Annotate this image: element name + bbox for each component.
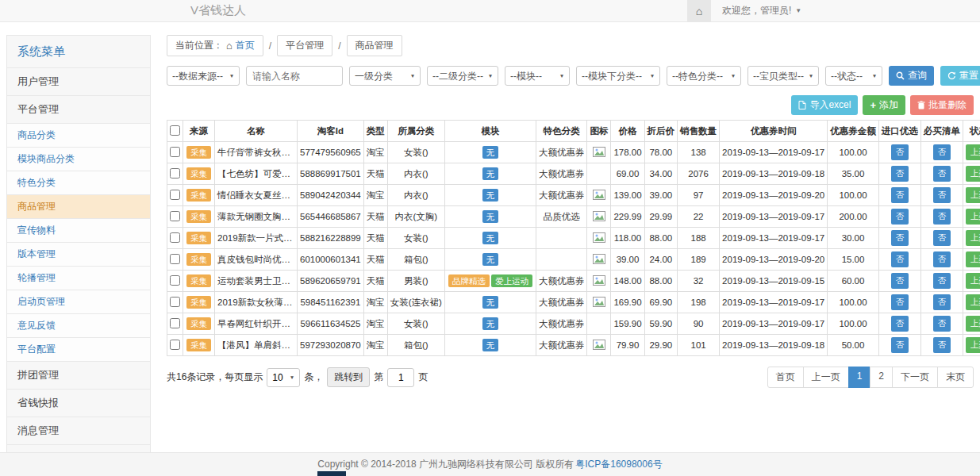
level2-category-select[interactable]: --二级分类-- [427, 66, 498, 86]
sidebar-item[interactable]: 版本管理 [7, 242, 150, 266]
page-button[interactable]: 1 [848, 367, 871, 388]
import-select-toggle-button[interactable]: 否 [891, 316, 909, 332]
status-button[interactable]: 上架 [966, 144, 980, 160]
status-select[interactable]: --状态-- [825, 66, 882, 86]
import-select-toggle-button[interactable]: 否 [891, 166, 909, 182]
must-buy-toggle-button[interactable]: 否 [933, 209, 951, 225]
status-cell: 上架 [963, 163, 980, 185]
sidebar-item[interactable]: 意见反馈 [7, 313, 150, 337]
category-cell: 箱包() [387, 335, 444, 356]
icp-link[interactable]: 粤ICP备16098006号 [575, 458, 662, 471]
status-button[interactable]: 上架 [966, 294, 980, 310]
name-search-input[interactable] [246, 66, 343, 86]
import-select-toggle-button[interactable]: 否 [891, 187, 909, 203]
source-cell: 采集 [183, 185, 215, 206]
import-select-toggle-button[interactable]: 否 [891, 144, 909, 160]
user-menu[interactable]: 欢迎您，管理员! ▼ [711, 0, 813, 21]
data-source-select[interactable]: --数据来源-- [167, 66, 240, 86]
status-button[interactable]: 上架 [966, 166, 980, 182]
sidebar-item[interactable]: 平台配置 [7, 337, 150, 361]
sidebar-item[interactable]: 省钱快报 [7, 389, 150, 416]
breadcrumb-location: 当前位置： ⌂ 首页 [167, 35, 263, 56]
row-checkbox[interactable] [170, 190, 180, 200]
type-cell: 天猫 [363, 206, 387, 228]
batch-delete-button[interactable]: 批量删除 [910, 95, 974, 115]
reset-button[interactable]: 重置 [940, 66, 980, 86]
search-button[interactable]: 查询 [889, 66, 934, 86]
sidebar-item[interactable]: 宣传物料 [7, 218, 150, 242]
row-checkbox[interactable] [170, 254, 180, 264]
status-cell: 上架 [963, 271, 980, 292]
sidebar-item[interactable]: 消息管理 [7, 416, 150, 444]
featured-category-select[interactable]: --特色分类-- [667, 66, 741, 86]
source-cell: 采集 [183, 206, 215, 228]
row-checkbox[interactable] [170, 275, 180, 286]
must-buy-toggle-button[interactable]: 否 [933, 187, 951, 203]
page-button[interactable]: 2 [870, 367, 893, 388]
select-all-checkbox[interactable] [170, 125, 180, 136]
status-button[interactable]: 上架 [966, 316, 980, 332]
status-button[interactable]: 上架 [966, 230, 980, 246]
must-buy-toggle-button[interactable]: 否 [933, 273, 951, 289]
page-button[interactable]: 末页 [937, 367, 974, 388]
row-checkbox[interactable] [170, 318, 180, 328]
sidebar-item[interactable]: 特色分类 [7, 171, 150, 194]
status-button[interactable]: 上架 [966, 187, 980, 203]
row-checkbox[interactable] [170, 147, 180, 157]
import-select-toggle-button[interactable]: 否 [891, 230, 909, 246]
item-type-select[interactable]: --宝贝类型-- [747, 66, 819, 86]
status-button[interactable]: 上架 [966, 337, 980, 353]
taoke-id: 589620659791 [298, 271, 364, 292]
row-checkbox[interactable] [170, 211, 180, 221]
sidebar-item[interactable]: 商品分类 [7, 123, 150, 147]
jump-button[interactable]: 跳转到 [327, 367, 370, 387]
product-thumbnail-icon [593, 147, 605, 157]
import-select-toggle-button[interactable]: 否 [891, 337, 909, 353]
page-button[interactable]: 下一页 [892, 367, 938, 388]
status-button[interactable]: 上架 [966, 209, 980, 225]
breadcrumb-home-link[interactable]: 首页 [236, 39, 255, 52]
level1-category-select[interactable]: 一级分类 [349, 66, 421, 86]
must-buy-toggle-button[interactable]: 否 [933, 316, 951, 332]
row-checkbox[interactable] [170, 340, 180, 350]
import-select-toggle-button[interactable]: 否 [891, 294, 909, 310]
module-cell: 无 [444, 313, 536, 335]
sidebar-item[interactable]: 商品管理 [7, 194, 150, 218]
import-select-toggle-button[interactable]: 否 [891, 251, 909, 267]
import-excel-button[interactable]: 导入excel [791, 95, 858, 115]
column-header: 状态 [963, 121, 980, 142]
icon-cell [587, 335, 611, 356]
must-buy-toggle-button[interactable]: 否 [933, 144, 951, 160]
column-header: 淘客Id [298, 121, 364, 142]
sidebar-item[interactable]: 拼团管理 [7, 361, 150, 389]
per-page-select[interactable]: 10 [267, 368, 300, 387]
must-buy-toggle-button[interactable]: 否 [933, 294, 951, 310]
import-select-toggle-button[interactable]: 否 [891, 273, 909, 289]
import-select-toggle-button[interactable]: 否 [891, 209, 909, 225]
price-cell: 178.00 [611, 142, 644, 163]
row-checkbox[interactable] [170, 168, 180, 178]
must-buy-toggle-button[interactable]: 否 [933, 251, 951, 267]
module-sub-category-select[interactable]: --模块下分类-- [576, 66, 660, 86]
sidebar-item[interactable]: 启动页管理 [7, 290, 150, 313]
status-button[interactable]: 上架 [966, 251, 980, 267]
source-badge: 采集 [186, 210, 211, 224]
home-button[interactable]: ⌂ [687, 0, 711, 21]
must-buy-toggle-button[interactable]: 否 [933, 337, 951, 353]
row-checkbox[interactable] [170, 232, 180, 243]
status-button[interactable]: 上架 [966, 273, 980, 289]
breadcrumb-item-platform[interactable]: 平台管理 [277, 35, 332, 56]
page-number-input[interactable] [387, 368, 414, 387]
module-select[interactable]: --模块-- [505, 66, 570, 86]
page-button[interactable]: 首页 [767, 367, 804, 388]
must-buy-toggle-button[interactable]: 否 [933, 230, 951, 246]
page-button[interactable]: 上一页 [803, 367, 849, 388]
must-buy-toggle-button[interactable]: 否 [933, 166, 951, 182]
sidebar-item[interactable]: 轮播管理 [7, 266, 150, 290]
row-checkbox[interactable] [170, 297, 180, 307]
sidebar-item[interactable]: 用户管理 [7, 67, 150, 95]
sidebar-item[interactable]: 平台管理 [7, 95, 150, 123]
sidebar-item[interactable]: 订单管理 [7, 444, 150, 452]
sidebar-item[interactable]: 模块商品分类 [7, 147, 150, 171]
add-button[interactable]: + 添加 [863, 95, 905, 115]
